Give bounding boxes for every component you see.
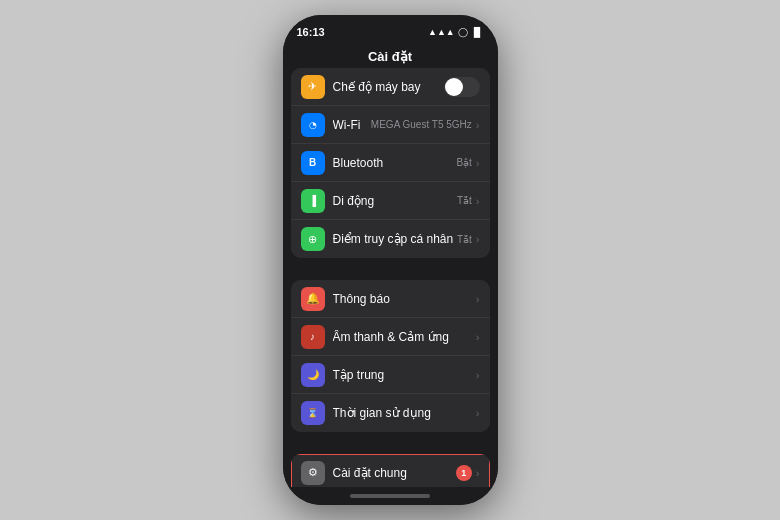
- row-focus[interactable]: 🌙 Tập trung ›: [291, 356, 490, 394]
- status-icons: ▲▲▲ ◯ ▐▌: [428, 27, 484, 37]
- section-general: ⚙ Cài đặt chung 1 › ⊞ Trung tâm điều khi…: [291, 454, 490, 487]
- icon-notify: 🔔: [301, 287, 325, 311]
- label-notify: Thông báo: [333, 292, 476, 306]
- icon-hotspot: ⊕: [301, 227, 325, 251]
- row-general-settings[interactable]: ⚙ Cài đặt chung 1 ›: [291, 454, 490, 487]
- icon-wifi: ◔: [301, 113, 325, 137]
- chevron-focus: ›: [476, 369, 480, 381]
- value-bluetooth: Bật: [456, 157, 471, 168]
- icon-sound: ♪: [301, 325, 325, 349]
- signal-icon: ▲▲▲: [428, 27, 455, 37]
- chevron-sound: ›: [476, 331, 480, 343]
- gap-2: [283, 432, 498, 454]
- row-hotspot[interactable]: ⊕ Điểm truy cập cá nhân Tắt ›: [291, 220, 490, 258]
- chevron-bluetooth: ›: [476, 157, 480, 169]
- icon-general-settings: ⚙: [301, 461, 325, 485]
- label-wifi: Wi-Fi: [333, 118, 371, 132]
- row-mobile[interactable]: ▐ Di động Tắt ›: [291, 182, 490, 220]
- toggle-airplane[interactable]: [444, 77, 480, 97]
- row-wifi[interactable]: ◔ Wi-Fi MEGA Guest T5 5GHz ›: [291, 106, 490, 144]
- label-mobile: Di động: [333, 194, 457, 208]
- icon-screentime: ⌛: [301, 401, 325, 425]
- chevron-screentime: ›: [476, 407, 480, 419]
- section-notifications: 🔔 Thông báo › ♪ Âm thanh & Cảm ứng ›: [291, 280, 490, 432]
- value-hotspot: Tắt: [457, 234, 472, 245]
- row-sound[interactable]: ♪ Âm thanh & Cảm ứng ›: [291, 318, 490, 356]
- value-mobile: Tắt: [457, 195, 472, 206]
- chevron-wifi: ›: [476, 119, 480, 131]
- page-title: Cài đặt: [283, 43, 498, 68]
- label-focus: Tập trung: [333, 368, 476, 382]
- label-sound: Âm thanh & Cảm ứng: [333, 330, 476, 344]
- row-notify[interactable]: 🔔 Thông báo ›: [291, 280, 490, 318]
- status-bar: 16:13 ▲▲▲ ◯ ▐▌: [283, 15, 498, 43]
- label-screentime: Thời gian sử dụng: [333, 406, 476, 420]
- label-hotspot: Điểm truy cập cá nhân: [333, 232, 457, 246]
- row-airplane[interactable]: ✈ Chế độ máy bay: [291, 68, 490, 106]
- row-bluetooth[interactable]: B Bluetooth Bật ›: [291, 144, 490, 182]
- icon-focus: 🌙: [301, 363, 325, 387]
- chevron-hotspot: ›: [476, 233, 480, 245]
- label-airplane: Chế độ máy bay: [333, 80, 444, 94]
- gap-1: [283, 258, 498, 280]
- badge-general: 1: [456, 465, 472, 481]
- status-time: 16:13: [297, 26, 325, 38]
- icon-bluetooth: B: [301, 151, 325, 175]
- icon-mobile: ▐: [301, 189, 325, 213]
- screen-content: Cài đặt ✈ Chế độ máy bay ◔: [283, 43, 498, 487]
- value-wifi: MEGA Guest T5 5GHz: [371, 119, 472, 130]
- settings-scroll[interactable]: ✈ Chế độ máy bay ◔ Wi-Fi MEGA Guest T5 5…: [283, 68, 498, 487]
- chevron-mobile: ›: [476, 195, 480, 207]
- row-screentime[interactable]: ⌛ Thời gian sử dụng ›: [291, 394, 490, 432]
- label-bluetooth: Bluetooth: [333, 156, 457, 170]
- chevron-general: ›: [476, 467, 480, 479]
- label-general-settings: Cài đặt chung: [333, 466, 456, 480]
- home-indicator: [283, 487, 498, 505]
- home-bar: [350, 494, 430, 498]
- section-connectivity: ✈ Chế độ máy bay ◔ Wi-Fi MEGA Guest T5 5…: [291, 68, 490, 258]
- toggle-knob-airplane: [445, 78, 463, 96]
- wifi-icon: ◯: [458, 27, 468, 37]
- chevron-notify: ›: [476, 293, 480, 305]
- icon-airplane: ✈: [301, 75, 325, 99]
- battery-icon: ▐▌: [471, 27, 484, 37]
- phone-frame: 16:13 ▲▲▲ ◯ ▐▌ Cài đặt ✈ Chế độ máy bay: [283, 15, 498, 505]
